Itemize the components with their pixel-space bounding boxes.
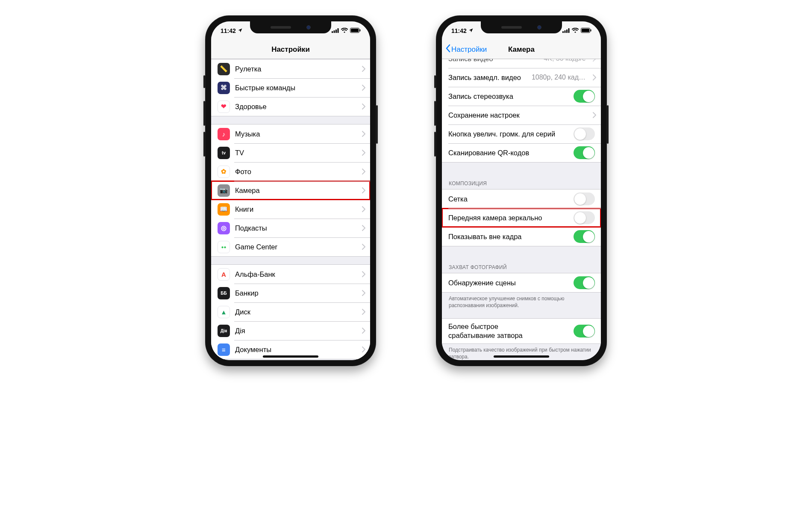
settings-row-shortcuts[interactable]: ⌘Быстрые команды <box>211 78 370 97</box>
row-label: Сетка <box>448 195 574 203</box>
settings-row-photos[interactable]: ✿Фото <box>211 162 370 181</box>
row-label: Быстрые команды <box>235 84 357 92</box>
toggle-switch[interactable] <box>574 276 595 289</box>
toggle-switch[interactable] <box>574 211 595 224</box>
books-icon: 📖 <box>218 203 230 216</box>
chevron-right-icon <box>357 187 370 193</box>
navbar: Настройки <box>211 40 370 59</box>
settings-row-camera[interactable]: 📷Камера <box>211 181 370 200</box>
row-label: Книги <box>235 205 357 213</box>
camera-settings[interactable]: Запись видео4K, 30 кадр/сЗапись замедл. … <box>442 59 601 360</box>
svg-rect-10 <box>568 28 570 33</box>
svg-rect-13 <box>591 30 591 32</box>
chevron-right-icon <box>357 131 370 137</box>
settings-row-ruler[interactable]: 📏Рулетка <box>211 59 370 78</box>
row-label: Сохранение настроек <box>448 111 588 119</box>
svg-rect-8 <box>565 30 566 33</box>
camera-row[interactable]: Показывать вне кадра <box>442 227 601 246</box>
camera-row[interactable]: Запись видео4K, 30 кадр/с <box>442 59 601 68</box>
screen-right: 11:42 Настройки Камера Запись видео4K, 3… <box>442 21 601 360</box>
toggle-switch[interactable] <box>574 230 595 243</box>
camera-row[interactable]: Сканирование QR-кодов <box>442 143 601 162</box>
chevron-right-icon <box>357 346 370 352</box>
chevron-right-icon <box>588 74 601 80</box>
row-label: Передняя камера зеркально <box>448 214 574 222</box>
wifi-icon <box>572 27 579 34</box>
row-label: Кнопка увелич. громк. для серий <box>448 130 574 138</box>
settings-row-bankir[interactable]: БББанкир <box>211 284 370 302</box>
chevron-right-icon <box>357 85 370 91</box>
nav-title: Настройки <box>271 45 310 54</box>
row-label: Сканирование QR-кодов <box>448 149 574 157</box>
settings-row-alfabank[interactable]: ААльфа-Банк <box>211 265 370 284</box>
toggle-switch[interactable] <box>574 146 595 159</box>
screen-left: 11:42 Настройки 📏Рулетка⌘Быстрые команды… <box>211 21 370 360</box>
row-label: TV <box>235 149 357 157</box>
svg-rect-2 <box>335 30 337 33</box>
chevron-right-icon <box>357 290 370 296</box>
svg-rect-5 <box>351 29 359 32</box>
row-label: Показывать вне кадра <box>448 233 574 241</box>
chevron-right-icon <box>357 66 370 72</box>
settings-row-disk[interactable]: ▲Диск <box>211 302 370 321</box>
toggle-switch[interactable] <box>574 90 595 103</box>
chevron-right-icon <box>357 206 370 212</box>
group-header: ЗАХВАТ ФОТОГРАФИЙ <box>442 254 601 273</box>
status-time: 11:42 <box>451 27 467 34</box>
battery-icon <box>581 27 591 34</box>
row-label: Здоровье <box>235 103 357 111</box>
settings-row-health[interactable]: ❤Здоровье <box>211 97 370 116</box>
camera-row[interactable]: Запись замедл. видео1080p, 240 кад… <box>442 68 601 87</box>
wifi-icon <box>341 27 348 34</box>
row-label: Документы <box>235 346 357 354</box>
photos-icon: ✿ <box>218 166 230 178</box>
svg-rect-12 <box>582 29 589 32</box>
camera-icon: 📷 <box>218 184 230 197</box>
notch <box>250 21 331 33</box>
tv-icon: tv <box>218 147 230 159</box>
camera-row[interactable]: Запись стереозвука <box>442 87 601 106</box>
settings-row-podcasts[interactable]: ◎Подкасты <box>211 219 370 237</box>
status-time: 11:42 <box>221 27 236 34</box>
toggle-switch[interactable] <box>574 127 595 140</box>
row-label: Подкасты <box>235 224 357 232</box>
svg-rect-9 <box>566 30 568 33</box>
row-label: Музыка <box>235 130 357 138</box>
row-label: Дія <box>235 327 357 335</box>
camera-row[interactable]: Кнопка увелич. громк. для серий <box>442 124 601 143</box>
chevron-right-icon <box>588 112 601 118</box>
row-label: Запись видео <box>448 59 544 63</box>
camera-row[interactable]: Сетка <box>442 189 601 208</box>
row-label: Обнаружение сцены <box>448 279 574 287</box>
row-label: Диск <box>235 308 357 316</box>
diia-icon: Дія <box>218 325 230 337</box>
settings-row-gamecenter[interactable]: ●●Game Center <box>211 237 370 256</box>
camera-row[interactable]: Передняя камера зеркально <box>442 208 601 227</box>
chevron-right-icon <box>357 150 370 156</box>
toggle-switch[interactable] <box>574 325 595 337</box>
camera-row[interactable]: Сохранение настроек <box>442 106 601 124</box>
settings-list[interactable]: 📏Рулетка⌘Быстрые команды❤Здоровье♪Музыка… <box>211 59 370 360</box>
row-label: Запись замедл. видео <box>448 74 532 82</box>
svg-rect-6 <box>360 30 361 32</box>
home-indicator[interactable] <box>263 355 318 358</box>
settings-row-diia[interactable]: ДіяДія <box>211 321 370 340</box>
row-label: Альфа-Банк <box>235 270 357 278</box>
chevron-right-icon <box>357 169 370 175</box>
row-label: Более быстрое срабатывание затвора <box>448 319 574 343</box>
navbar: Настройки Камера <box>442 40 601 59</box>
settings-row-tv[interactable]: tvTV <box>211 143 370 162</box>
row-label: Фото <box>235 168 357 176</box>
camera-row[interactable]: Более быстрое срабатывание затвора <box>442 319 601 343</box>
group-footer: Автоматическое улучшение снимков с помощ… <box>442 293 601 311</box>
nav-title: Камера <box>508 45 535 54</box>
toggle-switch[interactable] <box>574 192 595 205</box>
row-label: Рулетка <box>235 65 357 73</box>
disk-icon: ▲ <box>218 306 230 318</box>
camera-row[interactable]: Обнаружение сцены <box>442 273 601 292</box>
settings-row-books[interactable]: 📖Книги <box>211 200 370 219</box>
back-button[interactable]: Настройки <box>445 44 487 55</box>
settings-row-music[interactable]: ♪Музыка <box>211 124 370 143</box>
signal-icon <box>332 27 339 34</box>
home-indicator[interactable] <box>494 355 549 358</box>
